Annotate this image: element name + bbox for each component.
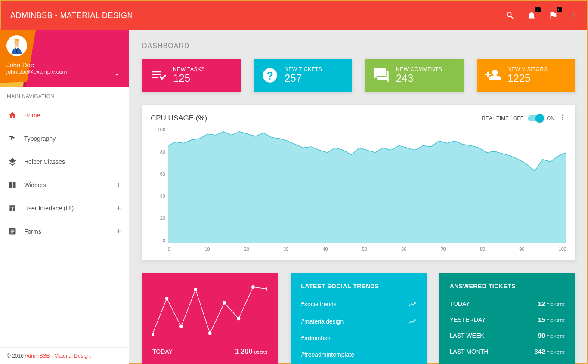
tickets-card: ANSWERED TICKETS TODAY12TICKETSYESTERDAY… (439, 273, 575, 364)
svg-point-18 (251, 285, 255, 289)
nav-section-title: MAIN NAVIGATION (0, 87, 129, 104)
trends-title: LATEST SOCIAL TRENDS (301, 283, 416, 290)
card-menu-icon[interactable] (559, 114, 566, 123)
svg-point-0 (573, 12, 575, 14)
main-menu: HomeTypographyHelper ClassesWidgets+User… (0, 104, 129, 243)
widgets-icon (8, 180, 17, 190)
svg-point-16 (223, 301, 226, 305)
layers-icon (8, 157, 17, 167)
user-email: john.doe@example.com (6, 68, 122, 75)
svg-point-11 (152, 333, 154, 336)
overflow-menu-icon[interactable] (570, 12, 578, 19)
sidebar-item-helper-classes[interactable]: Helper Classes (0, 150, 129, 173)
tickets-title: ANSWERED TICKETS (450, 283, 565, 290)
stat-row: NEW TASKS125?NEW TICKETS257NEW COMMENTS2… (142, 59, 575, 92)
today-users-card: TODAY 1 200 USERS (142, 273, 278, 364)
plus-icon: + (116, 227, 121, 236)
trend-item[interactable]: #socialtrends (301, 296, 416, 313)
help-icon: ? (261, 67, 279, 84)
text-icon (8, 134, 17, 143)
svg-point-19 (266, 287, 268, 291)
trend-item[interactable]: #materialdesign (301, 313, 416, 330)
svg-point-8 (562, 114, 563, 116)
svg-point-13 (179, 325, 183, 328)
ticket-row: LAST WEEK90TICKETS (450, 327, 565, 343)
stat-new-tickets[interactable]: ?NEW TICKETS257 (254, 59, 352, 92)
svg-point-17 (237, 317, 241, 320)
search-icon[interactable] (505, 11, 515, 20)
ticket-row: TODAY12TICKETS (450, 296, 565, 312)
svg-point-12 (165, 297, 169, 300)
realtime-off: OFF (513, 115, 523, 121)
realtime-on: ON (547, 115, 554, 121)
stat-new-tasks[interactable]: NEW TASKS125 (142, 59, 241, 92)
copyright: © 2016 AdminBSB - Material Design. (0, 347, 129, 364)
forum-icon (373, 67, 390, 84)
flags-badge: 9 (557, 7, 562, 12)
topbar: ADMINBSB - MATERIAL DESIGN 7 9 (1, 1, 587, 30)
menu-label: Widgets (24, 182, 46, 188)
trend-item[interactable]: #freeadmintemplate (301, 346, 416, 363)
avatar[interactable] (6, 35, 27, 56)
trend-item[interactable]: #adminbsb (301, 330, 416, 346)
today-label: TODAY (152, 348, 173, 355)
menu-label: Typography (24, 135, 56, 142)
sidebar: John Doe john.doe@example.com MAIN NAVIG… (0, 29, 129, 364)
svg-point-14 (194, 288, 197, 291)
svg-point-1 (573, 15, 575, 16)
menu-label: User Interface (UI) (24, 205, 74, 212)
user-name: John Doe (6, 61, 122, 68)
svg-text:?: ? (266, 69, 273, 82)
realtime-switch[interactable] (528, 115, 542, 121)
stat-new-visitors[interactable]: NEW VISITORS1225 (477, 59, 575, 92)
trending-up-icon (409, 318, 416, 325)
today-value: 1 200 (235, 348, 252, 355)
notifications-badge: 7 (535, 7, 541, 12)
cpu-chart: 100806040200 0102030405060708090100 (151, 127, 566, 252)
chevron-down-icon[interactable] (112, 70, 121, 80)
stat-new-comments[interactable]: NEW COMMENTS243 (365, 59, 464, 92)
trending-up-icon (409, 300, 416, 308)
content: DASHBOARD NEW TASKS125?NEW TICKETS257NEW… (129, 29, 588, 364)
page-title: DASHBOARD (142, 42, 575, 50)
menu-label: Helper Classes (24, 158, 65, 165)
sidebar-item-typography[interactable]: Typography (0, 127, 129, 150)
ui-icon (8, 204, 17, 213)
plus-icon: + (116, 181, 121, 190)
sidebar-item-user-interface-ui-[interactable]: User Interface (UI)+ (0, 197, 129, 220)
plus-icon: + (116, 204, 121, 213)
flag-icon[interactable]: 9 (548, 11, 558, 20)
trends-card: LATEST SOCIAL TRENDS #socialtrends#mater… (291, 273, 426, 364)
menu-label: Home (24, 112, 40, 119)
person-add-icon (484, 67, 501, 84)
forms-icon (8, 227, 17, 236)
svg-point-2 (573, 17, 575, 19)
cpu-title: CPU USAGE (%) (151, 114, 207, 123)
playlist-check-icon (150, 67, 167, 84)
menu-label: Forms (24, 228, 41, 235)
svg-point-15 (208, 332, 212, 335)
ticket-row: YESTERDAY15TICKETS (450, 312, 565, 327)
home-icon (8, 111, 17, 120)
realtime-label: REAL TIME (482, 115, 509, 121)
cpu-card: CPU USAGE (%) REAL TIME OFF ON 100806040… (142, 105, 575, 260)
svg-point-10 (562, 119, 563, 120)
notifications-icon[interactable]: 7 (527, 11, 536, 20)
sidebar-item-widgets[interactable]: Widgets+ (0, 173, 129, 197)
svg-point-9 (562, 117, 563, 118)
copyright-link[interactable]: AdminBSB - Material Design (25, 353, 90, 359)
sidebar-item-forms[interactable]: Forms+ (0, 220, 129, 243)
sidebar-item-home[interactable]: Home (0, 104, 129, 127)
ticket-row: LAST MONTH342TICKETS (450, 343, 565, 359)
user-info: John Doe john.doe@example.com (0, 29, 129, 87)
brand-title: ADMINBSB - MATERIAL DESIGN (10, 11, 133, 20)
today-unit: USERS (254, 350, 267, 355)
